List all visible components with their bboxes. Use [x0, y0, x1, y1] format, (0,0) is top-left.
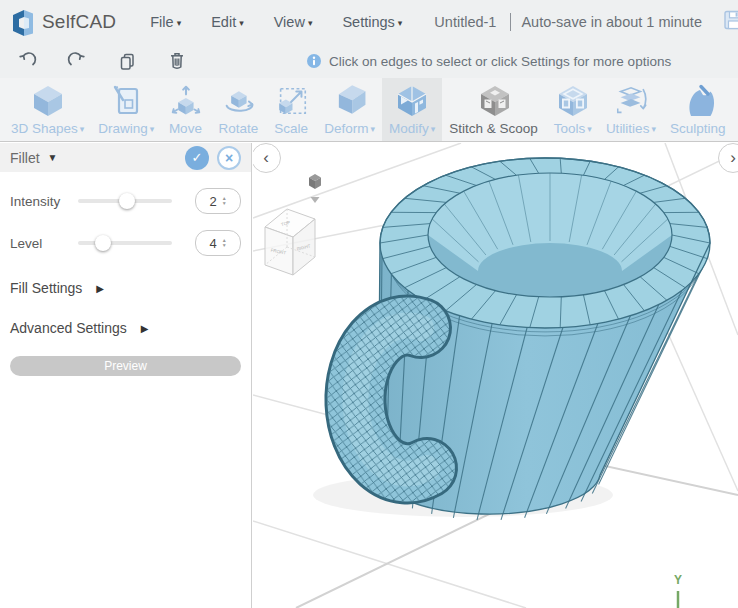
chevron-down-icon: ▾: [150, 124, 155, 134]
chevron-down-icon: ▾: [308, 18, 313, 28]
chevron-down-icon: ▾: [239, 18, 244, 28]
save-button[interactable]: [723, 9, 738, 35]
title-bar: SelfCAD File▾ Edit▾ View▾ Settings▾ Unti…: [0, 0, 738, 44]
app-name: SelfCAD: [42, 11, 116, 33]
menu-view[interactable]: View▾: [274, 14, 313, 30]
view-cube[interactable]: TOP FRONT RIGHT: [265, 209, 315, 275]
intensity-label: Intensity: [10, 194, 78, 209]
undo-button[interactable]: [16, 50, 38, 72]
intensity-stepper[interactable]: ▲ ▼: [222, 196, 227, 206]
fillet-panel: Fillet ▼ ✓ × Intensity 2 ▲ ▼ Level: [0, 143, 252, 608]
floppy-disk-icon: [723, 9, 738, 31]
layer-stack-icon: [613, 83, 649, 119]
chevron-down-icon: ▾: [587, 124, 592, 134]
main-toolbar: 3D Shapes▾ Drawing▾ Move: [0, 78, 738, 142]
advanced-settings-expander[interactable]: Advanced Settings ▶: [0, 320, 251, 336]
toolbar-sculpting[interactable]: Sculpting: [663, 78, 735, 141]
viewport-3d[interactable]: TOP FRONT RIGHT: [253, 143, 738, 608]
level-stepper[interactable]: ▲ ▼: [222, 238, 227, 248]
info-icon: [306, 53, 322, 69]
deform-cube-icon: [332, 83, 368, 119]
intensity-slider[interactable]: [78, 199, 172, 203]
panel-title: Fillet: [10, 150, 40, 166]
scene-canvas[interactable]: TOP FRONT RIGHT: [253, 143, 738, 608]
rotate-cube-icon: [221, 83, 257, 119]
toolbar-drawing[interactable]: Drawing▾: [91, 78, 161, 141]
level-value-field[interactable]: 4 ▲ ▼: [195, 230, 241, 256]
quick-action-bar: Click on edges to select or click Settin…: [0, 44, 738, 78]
autosave-status: Auto-save in about 1 minute: [521, 14, 702, 30]
axis-y-label: Y: [674, 573, 682, 587]
redo-button[interactable]: [66, 50, 88, 72]
intensity-control: Intensity 2 ▲ ▼: [0, 188, 251, 214]
menu-settings[interactable]: Settings▾: [342, 14, 402, 30]
intensity-value-field[interactable]: 2 ▲ ▼: [195, 188, 241, 214]
toolbar-stitch-scoop[interactable]: Stitch & Scoop: [442, 78, 547, 141]
toolbar-3d-shapes[interactable]: 3D Shapes▾: [4, 78, 91, 141]
info-message: Click on edges to select or click Settin…: [306, 53, 671, 69]
cancel-button[interactable]: ×: [217, 146, 241, 170]
check-icon: ✓: [192, 150, 203, 165]
cube-icon: [30, 83, 66, 119]
chevron-right-icon: ›: [730, 148, 736, 168]
slider-handle[interactable]: [95, 235, 111, 251]
selfcad-logo-icon: [10, 7, 36, 37]
chevron-left-icon: ‹: [263, 148, 269, 168]
toolbar-deform[interactable]: Deform▾: [317, 78, 382, 141]
confirm-button[interactable]: ✓: [185, 146, 209, 170]
chevron-down-icon: ▾: [431, 124, 436, 134]
toolbar-move[interactable]: Move: [161, 78, 211, 141]
trash-icon: [167, 51, 187, 71]
chevron-down-icon: ▾: [651, 124, 656, 134]
chevron-down-icon: ▾: [370, 124, 375, 134]
panel-header: Fillet ▼ ✓ ×: [0, 143, 251, 172]
redo-icon: [67, 51, 87, 71]
stepper-down-icon: ▼: [222, 243, 227, 248]
close-icon: ×: [225, 150, 233, 166]
toolbar-utilities[interactable]: Utilities▾: [599, 78, 663, 141]
selfcad-app: SelfCAD File▾ Edit▾ View▾ Settings▾ Unti…: [0, 0, 738, 608]
divider: [510, 13, 511, 31]
delete-button[interactable]: [166, 50, 188, 72]
chevron-right-icon: ▶: [96, 283, 104, 294]
tools-cube-icon: [555, 83, 591, 119]
preview-button[interactable]: Preview: [10, 356, 241, 376]
document-name[interactable]: Untitled-1: [434, 14, 496, 30]
menu-edit[interactable]: Edit▾: [211, 14, 244, 30]
toolbar-rotate[interactable]: Rotate: [211, 78, 267, 141]
toolbar-tools[interactable]: Tools▾: [547, 78, 599, 141]
copy-icon: [117, 51, 137, 71]
menu-bar: File▾ Edit▾ View▾ Settings▾: [150, 14, 402, 30]
chevron-down-icon: ▾: [177, 18, 182, 28]
chevron-down-icon: ▾: [80, 124, 85, 134]
mug-model[interactable]: [355, 158, 710, 520]
sculpt-hand-icon: [681, 83, 717, 119]
chevron-right-icon: ▶: [141, 323, 149, 334]
toolbar-scale[interactable]: Scale: [267, 78, 317, 141]
toolbar-modify[interactable]: Modify▾: [382, 78, 442, 141]
undo-icon: [17, 51, 37, 71]
modify-cube-icon: [394, 83, 430, 119]
scale-cube-icon: [274, 83, 310, 119]
fill-settings-expander[interactable]: Fill Settings ▶: [0, 280, 251, 296]
stepper-down-icon: ▼: [222, 201, 227, 206]
gizmo-arrow-down-icon: [311, 197, 320, 203]
axis-indicator: Y: [674, 573, 682, 608]
drawing-board-icon: [108, 83, 144, 119]
orientation-gizmo[interactable]: [309, 174, 321, 203]
level-slider[interactable]: [78, 241, 172, 245]
slider-handle[interactable]: [119, 193, 135, 209]
app-logo[interactable]: SelfCAD: [0, 7, 116, 37]
chevron-down-icon: ▾: [398, 18, 403, 28]
level-label: Level: [10, 236, 78, 251]
move-cube-icon: [168, 83, 204, 119]
menu-file[interactable]: File▾: [150, 14, 181, 30]
stitch-scoop-cube-icon: [477, 83, 513, 119]
level-control: Level 4 ▲ ▼: [0, 230, 251, 256]
panel-collapse-toggle[interactable]: ▼: [48, 152, 58, 163]
copy-button[interactable]: [116, 50, 138, 72]
